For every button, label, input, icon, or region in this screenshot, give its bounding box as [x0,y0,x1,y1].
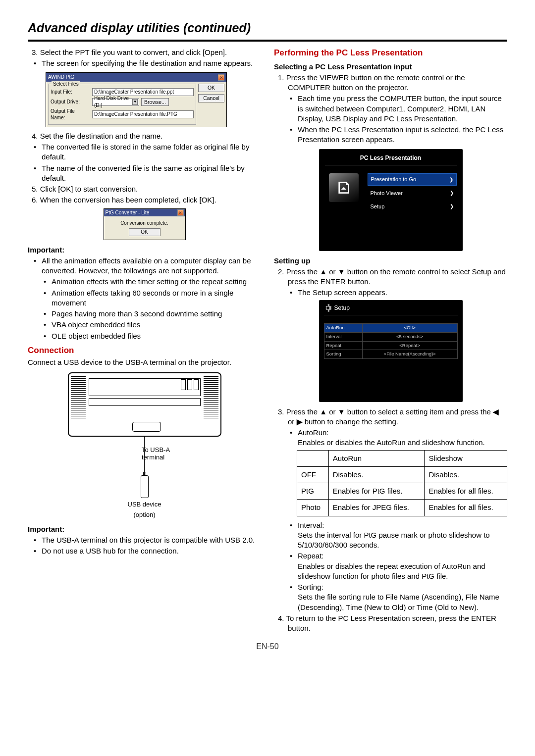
chevron-right-icon: ❯ [449,176,453,183]
imp-sub-5: OLE object embedded files [28,331,261,341]
table-row: AutoRun Slideshow [297,450,507,466]
setup-title: Setup [334,304,350,312]
right-column: Performing the PC Less Presentation Sele… [274,48,507,635]
imp2-bullet-1: The USB-A terminal on this projector is … [28,535,261,545]
interval-bullet: Interval: Sets the interval for PtG paus… [274,520,507,551]
step-4-bullet-2: The name of the converted file is the sa… [28,163,261,184]
imp2-bullet-2: Do not use a USB hub for the connection. [28,546,261,556]
autorun-bullet: AutoRun: Enables or disables the AutoRun… [274,428,507,448]
chevron-right-icon: ❯ [450,190,454,197]
table-row: OFF Disables. Disables. [297,466,507,483]
r-step-2: 2. Press the ▲ or ▼ button on the remote… [274,267,507,287]
ok-button[interactable]: OK [129,228,160,236]
connection-text: Connect a USB device to the USB-A termin… [28,357,261,367]
autorun-table: AutoRun Slideshow OFF Disables. Disables… [297,450,507,516]
selecting-heading: Selecting a PC Less Presentation input [274,62,507,72]
select-files-dialog: AWIND PtG ✕ Select Files Input File: D:\… [46,72,227,127]
setting-up-heading: Setting up [274,256,507,266]
chevron-right-icon: ❯ [450,203,454,210]
cancel-button[interactable]: Cancel [198,94,224,102]
imp-sub-2: Animation effects taking 60 seconds or m… [28,288,261,308]
browse-button[interactable]: Browse... [141,98,169,106]
imp-sub-4: VBA object embedded files [28,320,261,330]
important-heading: Important: [28,245,261,255]
blk-title: PC Less Presentation [325,154,457,165]
usb-device-label: USB device [28,500,261,509]
menu-setup[interactable]: Setup❯ [368,201,457,212]
repeat-bullet: Repeat: Enables or disables the repeat e… [274,551,507,581]
menu-label: Presentation to Go [371,176,417,183]
menu-label: Photo Viewer [371,190,403,197]
projector-diagram: To USB-A terminal USB device (option) [28,372,261,519]
dialog-title: AWIND PtG [48,74,74,81]
conversion-complete-dialog: PtG Converter - Lite ✕ Conversion comple… [104,208,186,240]
pc-less-screen: PC Less Presentation Presentation to Go❯… [319,149,463,251]
output-drive-value: Hard Disk Drive (D:) [94,95,132,108]
presentation-icon [329,173,359,202]
imp-sub-1: Animation effects with the timer setting… [28,277,261,287]
output-file-field[interactable]: D:\ImageCaster Presentation file.PTG [92,110,194,118]
close-icon[interactable]: ✕ [218,74,224,81]
table-row: PtG Enables for PtG files. Enables for a… [297,483,507,500]
dlg2-title: PtG Converter - Lite [106,209,150,216]
r-step-1: 1. Press the VIEWER button on the remote… [274,73,507,93]
sorting-bullet: Sorting: Sets the file sorting rule to F… [274,582,507,612]
r-step-1-b2: When the PC Less Presentation input is s… [274,125,507,145]
output-file-label: Output File Name: [51,108,90,121]
pc-less-heading: Performing the PC Less Presentation [274,48,507,59]
menu-label: Setup [371,203,385,210]
output-drive-select[interactable]: Hard Disk Drive (D:) ▼ [92,98,139,106]
menu-presentation-to-go[interactable]: Presentation to Go❯ [368,173,457,186]
usb-option-label: (option) [28,510,261,519]
step-4: 4. Set the file destination and the name… [28,131,261,141]
input-file-label: Input File: [51,89,90,96]
ok-button[interactable]: OK [198,84,224,92]
menu-photo-viewer[interactable]: Photo Viewer❯ [368,188,457,199]
page-title: Advanced display utilities (continued) [28,20,507,42]
table-row: Photo Enables for JPEG files. Enables fo… [297,500,507,516]
usb-a-label: To USB-A terminal [142,447,191,461]
page-number: EN-50 [28,641,507,652]
fieldset-label: Select Files [52,81,80,88]
left-column: 3. Select the PPT file you want to conve… [28,48,261,635]
step-5: 5. Click [OK] to start conversion. [28,184,261,194]
step-3-bullet: The screen for specifying the file desti… [28,58,261,68]
imp-sub-3: Pages having more than 3 second downtime… [28,309,261,319]
r-step-2-b1: The Setup screen appears. [274,288,507,298]
step-3: 3. Select the PPT file you want to conve… [28,48,261,57]
r-step-3: 3. Press the ▲ or ▼ button to select a s… [274,407,507,427]
important2-heading: Important: [28,524,261,534]
r-step-4: 4. To return to the PC Less Presentation… [274,613,507,634]
r-step-1-b1: Each time you press the COMPUTER button,… [274,94,507,124]
setup-screen: Setup AutoRun<Off> Interval<5 seconds> R… [319,300,463,402]
output-drive-label: Output Drive: [51,99,90,105]
connection-heading: Connection [28,345,261,356]
setup-row-interval[interactable]: Interval<5 seconds> [324,332,457,341]
close-icon[interactable]: ✕ [177,209,184,216]
setup-row-repeat[interactable]: Repeat<Repeat> [324,341,457,350]
setup-row-autorun[interactable]: AutoRun<Off> [324,323,457,332]
dlg2-message: Conversion complete. [106,220,183,227]
setup-row-sorting[interactable]: Sorting<File Name(Ascending)> [324,350,457,359]
step-4-bullet-1: The converted file is stored in the same… [28,142,261,162]
imp-bullet-1: All the animation effects available on a… [28,256,261,276]
gear-icon [324,304,332,312]
step-6: 6. When the conversion has been complete… [28,195,261,205]
chevron-down-icon[interactable]: ▼ [132,99,138,105]
usb-device-icon [141,475,149,498]
